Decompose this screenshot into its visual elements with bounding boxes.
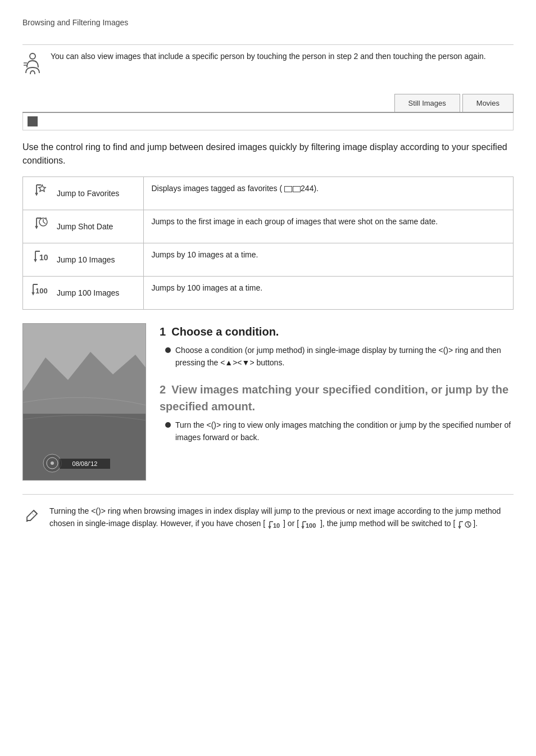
step-2-header: 2 View images matching your specified co… [160, 381, 514, 415]
step-2-bullet: Turn the <()> ring to view only images m… [165, 419, 514, 443]
step-1: 1 Choose a condition. Choose a condition… [160, 323, 514, 369]
note-icon [22, 52, 43, 80]
step-1-bullet: Choose a condition (or jump method) in s… [165, 345, 514, 369]
feature-desc-jump100: Jumps by 100 images at a time. [143, 277, 514, 310]
svg-rect-8 [23, 414, 146, 481]
step-2: 2 View images matching your specified co… [160, 381, 514, 443]
feature-desc-jump10: Jumps by 10 images at a time. [143, 243, 514, 277]
feature-icon-jump10: 10 [23, 243, 54, 277]
feature-table: Jump to Favorites Displays images tagged… [22, 176, 514, 310]
svg-text:100: 100 [35, 287, 48, 295]
steps-content: 1 Choose a condition. Choose a condition… [160, 323, 514, 481]
svg-text:08/08/'12: 08/08/'12 [72, 460, 98, 467]
bar-row [22, 113, 514, 130]
feature-icon-jump100: 100 [23, 277, 54, 310]
table-row: 100 Jump 100 Images Jumps by 100 images … [23, 277, 514, 310]
step-1-bullet-text: Choose a condition (or jump method) in s… [175, 345, 514, 369]
svg-point-11 [51, 461, 54, 465]
feature-label-jump10: Jump 10 Images [53, 243, 143, 277]
feature-desc-favorites: Displays images tagged as favorites ( 24… [143, 177, 514, 210]
intro-text: Use the control ring to find and jump be… [22, 141, 514, 168]
feature-desc-shot-date: Jumps to the first image in each group o… [143, 210, 514, 243]
table-row: 10 Jump 10 Images Jumps by 10 images at … [23, 243, 514, 277]
feature-icon-favorites [23, 177, 54, 210]
step-2-number: 2 [160, 381, 166, 398]
step-1-header: 1 Choose a condition. [160, 323, 514, 340]
camera-image: 08/08/'12 [22, 323, 146, 481]
table-row: Jump to Favorites Displays images tagged… [23, 177, 514, 210]
landscape-svg: 08/08/'12 [23, 324, 146, 481]
table-row: Jump Shot Date Jumps to the first image … [23, 210, 514, 243]
svg-text:10: 10 [273, 522, 280, 529]
feature-label-jump100: Jump 100 Images [53, 277, 143, 310]
feature-label-favorites: Jump to Favorites [53, 177, 143, 210]
page-title: Browsing and Filtering Images [22, 17, 514, 34]
tab-still-images[interactable]: Still Images [394, 94, 460, 112]
feature-icon-shot-date [23, 210, 54, 243]
top-note-text: You can also view images that include a … [51, 51, 514, 62]
bar-indicator [28, 116, 38, 126]
svg-point-0 [30, 53, 35, 59]
step-2-bullet-text: Turn the <()> ring to view only images m… [175, 419, 514, 443]
tab-row: Still Images Movies [22, 94, 514, 114]
step-1-number: 1 [160, 323, 166, 340]
pencil-icon [22, 506, 42, 529]
bullet-dot [165, 422, 171, 428]
person-touch-icon [22, 52, 43, 76]
svg-text:100: 100 [306, 522, 316, 529]
camera-bg: 08/08/'12 [23, 324, 146, 480]
step-1-title: Choose a condition. [171, 325, 279, 338]
svg-text:10: 10 [39, 253, 48, 262]
tab-movies[interactable]: Movies [462, 94, 514, 112]
bottom-note-text: Turning the <()> ring when browsing imag… [49, 505, 514, 530]
feature-label-shot-date: Jump Shot Date [53, 210, 143, 243]
top-note-box: You can also view images that include a … [22, 44, 514, 80]
step-2-title: View images matching your specified cond… [160, 383, 508, 413]
bottom-note: Turning the <()> ring when browsing imag… [22, 494, 514, 530]
bullet-dot [165, 347, 171, 353]
steps-container: 08/08/'12 1 Choose a condition. Choose a… [22, 323, 514, 481]
